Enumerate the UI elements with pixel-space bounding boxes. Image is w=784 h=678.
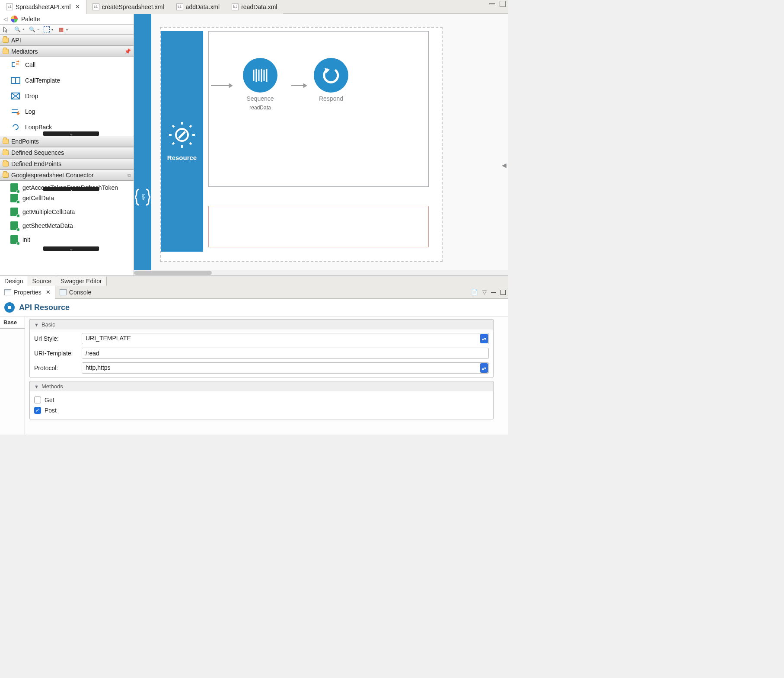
connector-get-cell-data[interactable]: getCellData bbox=[0, 191, 134, 205]
palette-category-api[interactable]: API bbox=[0, 35, 134, 46]
mediator-loopback[interactable]: LoopBack bbox=[0, 119, 134, 131]
sequence-node[interactable]: Sequence readData bbox=[243, 58, 277, 111]
marquee-icon[interactable] bbox=[44, 26, 50, 32]
method-post-label: Post bbox=[45, 407, 57, 414]
collapse-icon[interactable]: ◀ bbox=[502, 162, 507, 169]
protocol-select[interactable]: http,https ▴▾ bbox=[82, 362, 489, 374]
chevron-down-icon: ▼ bbox=[34, 384, 39, 389]
view-menu-icon[interactable]: ▽ bbox=[482, 289, 487, 295]
zoom-out-icon[interactable]: 🔍 bbox=[29, 26, 36, 33]
connector-get-sheet-metadata[interactable]: getSheetMetaData bbox=[0, 219, 134, 233]
horizontal-scrollbar[interactable] bbox=[134, 270, 508, 275]
method-post-checkbox[interactable]: ✓ bbox=[34, 407, 41, 414]
category-label: Defined Sequences bbox=[11, 149, 64, 156]
mode-tab-design[interactable]: Design bbox=[0, 276, 28, 286]
dropdown-icon[interactable]: ▴▾ bbox=[480, 363, 488, 373]
category-label: Mediators bbox=[11, 48, 38, 55]
node-sublabel: readData bbox=[249, 105, 271, 111]
palette-icon bbox=[11, 16, 18, 22]
folder-icon bbox=[3, 139, 9, 144]
close-icon[interactable]: ✕ bbox=[46, 289, 51, 295]
section-header-methods[interactable]: ▼ Methods bbox=[30, 381, 493, 391]
editor-tab-read-data[interactable]: EI readData.xml bbox=[226, 0, 283, 14]
category-label: Defined EndPoints bbox=[11, 160, 61, 167]
flow-arrow-icon bbox=[291, 83, 307, 88]
palette-category-defined-sequences[interactable]: Defined Sequences bbox=[0, 147, 134, 158]
editor-tab-create-spreadsheet[interactable]: EI createSpreadsheet.xml bbox=[86, 0, 170, 14]
section-header-basic[interactable]: ▼ Basic bbox=[30, 320, 493, 329]
palette-category-defined-endpoints[interactable]: Defined EndPoints bbox=[0, 158, 134, 170]
mediator-call-template[interactable]: CallTemplate bbox=[0, 73, 134, 88]
minimize-icon[interactable] bbox=[489, 1, 495, 4]
respond-node[interactable]: Respond bbox=[314, 58, 348, 102]
connector-init[interactable]: init bbox=[0, 233, 134, 246]
out-sequence-box[interactable] bbox=[208, 206, 429, 247]
connector-get-multiple-cell-data[interactable]: getMultipleCellData bbox=[0, 205, 134, 219]
maximize-view-icon[interactable] bbox=[500, 290, 506, 295]
category-label: API bbox=[11, 37, 21, 44]
section-title: Methods bbox=[41, 383, 63, 390]
uri-template-input[interactable] bbox=[82, 348, 489, 359]
connector-op-icon bbox=[10, 208, 18, 216]
item-label: init bbox=[22, 236, 30, 243]
mode-tab-swagger[interactable]: Swagger Editor bbox=[56, 276, 107, 286]
link-icon[interactable]: ⧉ bbox=[127, 173, 131, 178]
minimize-view-icon[interactable] bbox=[491, 292, 496, 293]
connector-op-icon bbox=[10, 194, 18, 202]
view-tab-label: Console bbox=[69, 289, 91, 296]
properties-title: API Resource bbox=[19, 303, 70, 312]
resource-block[interactable]: Resource bbox=[161, 31, 203, 252]
scroll-grip[interactable]: ⌄ bbox=[43, 131, 99, 136]
item-label: getSheetMetaData bbox=[22, 222, 73, 229]
ei-file-icon: EI bbox=[232, 3, 239, 10]
in-sequence-box[interactable] bbox=[208, 31, 429, 187]
view-tab-properties[interactable]: Properties ✕ bbox=[0, 286, 55, 299]
maximize-icon[interactable] bbox=[500, 1, 506, 7]
method-get-checkbox[interactable] bbox=[34, 397, 41, 403]
pin-icon[interactable]: 📌 bbox=[124, 48, 131, 54]
properties-header: API Resource bbox=[0, 299, 508, 317]
row-uri-template: URI-Template: bbox=[34, 348, 489, 359]
url-style-select[interactable]: URI_TEMPLATE ▴▾ bbox=[82, 333, 489, 344]
item-label: getMultipleCellData bbox=[22, 208, 75, 215]
call-template-icon bbox=[10, 76, 21, 85]
svg-text:API: API bbox=[141, 194, 146, 201]
editor-tab-add-data[interactable]: EI addData.xml bbox=[170, 0, 226, 14]
item-label: CallTemplate bbox=[25, 77, 60, 84]
uri-template-label: URI-Template: bbox=[34, 350, 82, 357]
api-container[interactable]: API bbox=[134, 14, 151, 270]
console-icon bbox=[60, 289, 67, 295]
back-icon[interactable]: ◁ bbox=[3, 16, 7, 22]
zoom-in-icon[interactable]: 🔍 bbox=[14, 26, 21, 33]
editor-tab-bar: EI SpreadsheetAPI.xml ✕ EI createSpreads… bbox=[0, 0, 508, 14]
node-label: Respond bbox=[319, 95, 343, 102]
mode-tab-source[interactable]: Source bbox=[28, 276, 56, 286]
palette-category-google-connector[interactable]: Googlespreadsheet Connector ⧉ bbox=[0, 170, 134, 181]
dropdown-icon[interactable]: ▴▾ bbox=[480, 334, 488, 343]
ei-file-icon: EI bbox=[6, 3, 13, 10]
close-icon[interactable]: ✕ bbox=[75, 3, 80, 10]
palette-category-mediators[interactable]: Mediators 📌 bbox=[0, 46, 134, 57]
mediator-log[interactable]: Log bbox=[0, 104, 134, 119]
properties-icon bbox=[4, 289, 11, 295]
folder-icon bbox=[3, 38, 9, 43]
lower-pane: Properties ✕ Console 📄 ▽ API Resource Ba… bbox=[0, 286, 508, 435]
palette-toolbar: 🔍+ 🔍− ▾ ▦▾ bbox=[0, 24, 134, 35]
view-tab-console[interactable]: Console bbox=[55, 286, 96, 299]
scroll-grip[interactable]: ⌄ bbox=[43, 246, 99, 251]
svg-line-9 bbox=[179, 132, 185, 138]
scrollbar-thumb[interactable] bbox=[134, 271, 212, 275]
mediator-drop[interactable]: Drop bbox=[0, 88, 134, 104]
mediator-items: Call CallTemplate Drop Log bbox=[0, 57, 134, 136]
tab-label: SpreadsheetAPI.xml bbox=[16, 3, 71, 10]
editor-tab-spreadsheet-api[interactable]: EI SpreadsheetAPI.xml ✕ bbox=[0, 0, 86, 14]
mediator-call[interactable]: Call bbox=[0, 57, 134, 73]
new-view-icon[interactable]: 📄 bbox=[471, 289, 478, 295]
pointer-tool-icon[interactable] bbox=[3, 26, 10, 33]
side-tab-base[interactable]: Base bbox=[0, 317, 25, 329]
properties-side-tabs: Base bbox=[0, 317, 25, 435]
design-canvas[interactable]: API Resource bbox=[134, 14, 508, 275]
palette-category-endpoints[interactable]: EndPoints bbox=[0, 136, 134, 147]
tab-label: readData.xml bbox=[241, 3, 277, 10]
layout-tool-icon[interactable]: ▦ bbox=[57, 26, 64, 33]
